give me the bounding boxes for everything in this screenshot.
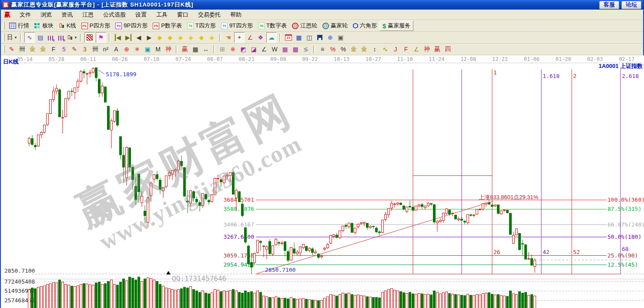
diamond-cross-icon[interactable]: ◈ (207, 33, 217, 42)
cycle3-icon[interactable]: 3 (80, 44, 90, 54)
angle-lines-icon[interactable]: ∠ (259, 44, 269, 54)
cloud-tool-icon[interactable]: ☁ (266, 32, 277, 43)
measure-icon[interactable]: ↔ (201, 44, 211, 54)
menu-item-公式选股[interactable]: 公式选股 (98, 10, 131, 19)
toolbar-button-9T四方形[interactable]: T99T四方形 (218, 21, 255, 30)
diamond-expand-icon[interactable]: ◈ (176, 33, 185, 42)
j-angle-icon[interactable]: J (391, 44, 400, 54)
win-angle-icon[interactable]: 赢 (433, 44, 442, 54)
trend-chart-icon[interactable]: ∿ (24, 32, 35, 43)
toolbar-button-行情[interactable]: 行情 (7, 21, 32, 30)
forum-button[interactable]: 论坛 (621, 1, 641, 9)
gold-angle-icon[interactable]: ∠ (412, 44, 421, 54)
grid-icon[interactable]: ▦ (280, 44, 290, 54)
toolbar-button-P数字表[interactable]: PNP数字表 (150, 21, 184, 30)
number-grid-icon[interactable]: ▦ (191, 44, 200, 54)
customer-service-button[interactable]: 客服 (599, 1, 619, 9)
menu-item-文件[interactable]: 文件 (15, 10, 36, 19)
first-page-icon[interactable]: ◀ (113, 33, 123, 42)
percent-red-icon[interactable]: % (328, 44, 338, 54)
ornament-tool-icon[interactable]: ❖ (256, 33, 265, 42)
vertical-measure-icon[interactable]: ↕ (370, 44, 379, 54)
hand-tool-icon[interactable]: ☚ (224, 33, 233, 42)
percent-icon[interactable]: % (339, 44, 348, 54)
toolbar-button-T数字表[interactable]: TNT数字表 (255, 21, 289, 30)
next-icon[interactable]: ▶ (144, 33, 154, 42)
network-icon[interactable]: ⊕ (325, 33, 335, 42)
printer-icon[interactable]: ▣ (336, 33, 345, 42)
flag-icon[interactable]: ⚑ (96, 32, 106, 43)
menu-item-窗口[interactable]: 窗口 (172, 10, 193, 19)
f-angle-icon[interactable]: F (401, 44, 411, 54)
menu-item-浏览[interactable]: 浏览 (36, 10, 57, 19)
toolbar-button-P四方形[interactable]: PSP四方形 (79, 21, 113, 30)
wave5-icon[interactable]: 5 (59, 44, 69, 54)
notepad-icon[interactable]: ◫ (305, 33, 314, 42)
tally-icon[interactable]: 卌 (91, 44, 100, 54)
shen-angle-icon[interactable]: 神 (422, 44, 432, 54)
gold-line2-icon[interactable]: 金 (38, 44, 48, 54)
star-rays-icon[interactable]: ✳ (132, 44, 142, 54)
menu-item-帮助[interactable]: 帮助 (225, 10, 246, 19)
m-pattern-icon[interactable]: M (153, 44, 163, 54)
diamond-shrink-icon[interactable]: ◈ (186, 33, 196, 42)
grid-count-icon[interactable]: 卌 (17, 44, 27, 54)
calculator-icon[interactable]: ▦ (294, 33, 304, 42)
toolbar-separator (313, 45, 315, 53)
toolbar-button-板块[interactable]: 板块 (32, 21, 56, 30)
fib-tool-icon[interactable]: F (49, 44, 58, 54)
menu-item-交易委托[interactable]: 交易委托 (193, 10, 225, 19)
last-page-icon[interactable]: ▶ (124, 33, 133, 42)
shaded-grid-icon[interactable]: ▩ (291, 44, 300, 54)
menu-item-资讯[interactable]: 资讯 (57, 10, 77, 19)
toolbar-button-9P四方形[interactable]: P99P四方形 (113, 21, 150, 30)
chart-canvas[interactable]: 05-1405-2806-1106-2607-1007-2408-0708-21… (1, 55, 644, 308)
levels-icon[interactable]: ≡ (318, 44, 327, 54)
toolbar-button-T四方形[interactable]: TST四方形 (184, 21, 218, 30)
menu-item-江恩[interactable]: 江恩 (77, 10, 98, 19)
zigzag-icon[interactable]: ≶ (301, 44, 311, 54)
w-pattern-icon[interactable]: W (270, 44, 279, 54)
quote-list-icon[interactable]: ▤ (36, 33, 45, 42)
pattern-icon[interactable] (84, 32, 95, 43)
marker-pen-icon[interactable]: ✎ (70, 44, 79, 54)
kline-style-icon[interactable]: ▼ (67, 33, 77, 42)
crosshair-icon[interactable]: ＋ (234, 32, 245, 43)
wave-gold-icon[interactable]: ∿ (380, 44, 390, 54)
gold-level-icon[interactable]: 金 (359, 44, 369, 54)
calendar-icon[interactable]: 21 (284, 33, 293, 42)
period-selector[interactable]: 日▼ (7, 33, 17, 42)
toolbar-button-江恩轮[interactable]: 江恩轮 (289, 21, 320, 30)
gann-box2-icon[interactable]: ◪ (249, 44, 258, 54)
prev-icon[interactable]: ◀ (134, 33, 144, 42)
toolbar-button-赢家服务[interactable]: $赢家服务 (379, 20, 413, 31)
save-icon[interactable] (315, 33, 325, 42)
pen-tool-icon[interactable]: ✎ (7, 44, 17, 54)
toolbar-button-六角形[interactable]: 六角形 (350, 21, 379, 30)
menu-item-设置[interactable]: 设置 (131, 10, 151, 19)
letter-a-icon[interactable]: A (111, 44, 121, 54)
box-tool-icon[interactable]: ⊞ (218, 44, 227, 54)
win-box-icon[interactable]: 赢 (180, 44, 190, 54)
toolbar-button-赢家轮[interactable]: 赢家轮 (320, 21, 350, 30)
bars3-icon[interactable]: 3 (46, 33, 56, 42)
four-angle-icon[interactable]: 四 (443, 44, 453, 54)
menu-item-工具[interactable]: 工具 (151, 10, 172, 19)
angle-tool-icon[interactable]: ∠ (245, 33, 255, 42)
square-number-icon[interactable]: n² (101, 44, 111, 54)
toolbar-button-K线[interactable]: K线 (56, 21, 79, 30)
fan-rays-icon[interactable]: ※ (228, 44, 238, 54)
candlestick-series (28, 68, 536, 274)
diamond-up-icon[interactable]: ◆ (197, 33, 206, 42)
target-icon[interactable]: ⊕ (122, 44, 131, 54)
gann-box-icon[interactable]: ◩ (238, 44, 248, 54)
shen-tool-icon[interactable]: 神 (164, 44, 173, 54)
gold-circle-icon[interactable]: 金 (349, 44, 359, 54)
bars9-icon[interactable]: 9 (57, 33, 66, 42)
gold-line-icon[interactable]: 金 (28, 44, 37, 54)
diamond-right-icon[interactable]: ◆ (165, 33, 175, 42)
toolbar-separator (279, 34, 281, 41)
toolbar-grip (3, 22, 5, 30)
square-grid-icon[interactable]: ▣ (143, 44, 152, 54)
diamond-left-icon[interactable]: ◆ (155, 33, 164, 42)
